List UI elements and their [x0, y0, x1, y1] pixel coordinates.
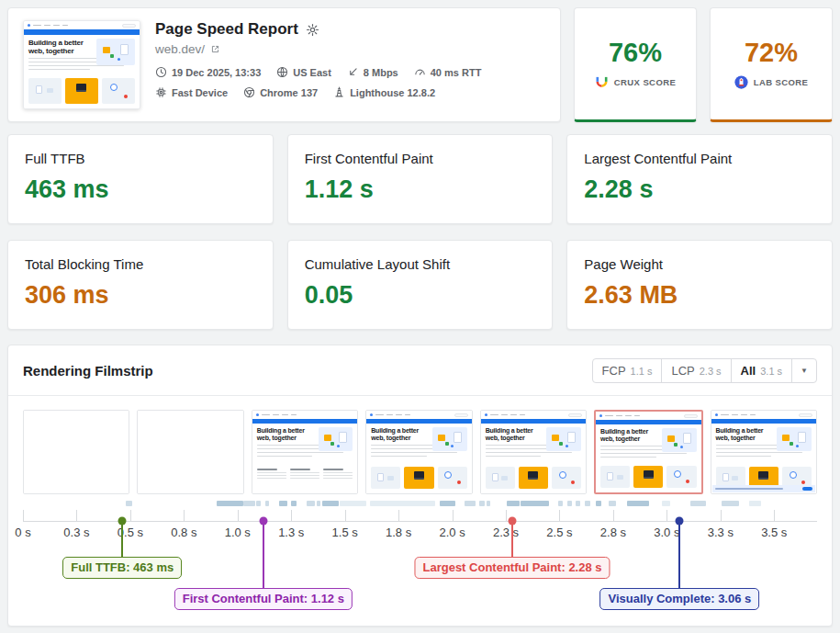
timeline-tick-label: 0 s	[15, 526, 30, 539]
mock-nav-item	[741, 414, 747, 416]
mock-logo-icon	[256, 413, 259, 416]
metric-label: Page Weight	[584, 256, 815, 272]
meta-item: 19 Dec 2025, 13:33	[155, 66, 261, 78]
marker-stem	[121, 521, 123, 557]
mock-card	[552, 467, 581, 489]
metric-label: Largest Contentful Paint	[584, 151, 815, 166]
filmstrip-frame[interactable]: Building a better web, together	[365, 410, 472, 494]
mock-illustration-bit	[674, 443, 678, 446]
page-mock: Building a better web, together	[252, 411, 357, 493]
tab-fcp[interactable]: FCP1.1 s	[593, 359, 662, 382]
network-segment	[662, 501, 670, 506]
meta-label: Lighthouse 12.8.2	[350, 87, 435, 98]
page-url-link[interactable]: web.dev/	[155, 42, 545, 56]
timeline-tick-label: 1.5 s	[332, 526, 358, 539]
network-segment	[609, 501, 616, 506]
mock-magnifier-art	[444, 471, 452, 479]
page-url[interactable]: web.dev/	[155, 42, 205, 56]
meta-label: 19 Dec 2025, 13:33	[172, 67, 261, 78]
meta-label: 8 Mbps	[364, 67, 398, 78]
gear-icon[interactable]	[306, 23, 319, 37]
mock-nav-item	[510, 414, 517, 416]
mock-nav-item	[386, 414, 393, 416]
mock-nav-item	[721, 414, 729, 416]
mock-card-title	[323, 469, 343, 470]
network-segment	[340, 501, 366, 506]
mock-nav-item	[291, 414, 297, 416]
timeline-tick	[506, 510, 507, 521]
mock-nav	[252, 411, 357, 419]
timeline-tick	[774, 510, 775, 521]
mock-card-line	[323, 478, 353, 479]
mock-illustration-bit	[330, 442, 334, 446]
mock-illustration-bit	[790, 442, 793, 446]
tab-all[interactable]: All3.1 s	[731, 359, 791, 382]
filmstrip-frame[interactable]	[137, 410, 243, 494]
filmstrip-frame[interactable]	[23, 410, 129, 494]
network-segment	[465, 501, 476, 506]
mock-magnifier-art	[559, 471, 566, 479]
tab-value: 3.1 s	[760, 366, 782, 377]
filmstrip-frame[interactable]: Building a better web, together	[594, 410, 702, 494]
mock-nav	[596, 412, 700, 420]
tab-lcp[interactable]: LCP2.3 s	[661, 359, 730, 382]
mock-illustration-bit	[438, 435, 445, 441]
mock-cookie-banner	[712, 485, 815, 492]
mock-logo-icon	[370, 413, 373, 416]
page-thumbnail: Building a better web, together	[23, 20, 140, 109]
metric-card[interactable]: Total Blocking Time306 ms	[7, 240, 274, 330]
report-header-card: Building a better web, together Page Spe…	[7, 7, 561, 122]
filmstrip-title: Rendering Filmstrip	[23, 363, 153, 379]
metric-card[interactable]: First Contentful Paint1.12 s	[287, 134, 554, 224]
mock-logo-icon	[715, 413, 718, 416]
mock-heading: Building a better web, together	[257, 427, 312, 442]
filmstrip-frame[interactable]: Building a better web, together	[480, 410, 587, 494]
timeline-tick	[130, 510, 131, 521]
external-link-icon[interactable]	[210, 44, 220, 54]
mock-heading: Building a better web, together	[371, 427, 426, 442]
timeline-tick-label: 3.0 s	[654, 526, 679, 539]
mock-illustration	[96, 39, 135, 65]
metric-card[interactable]: Page Weight2.63 MB	[566, 240, 833, 330]
speed-arrow-icon	[347, 66, 359, 78]
mock-illustration-bit	[567, 432, 576, 443]
metric-card[interactable]: Full TTFB463 ms	[7, 134, 274, 224]
lab-score-label-row: LAB SCORE	[734, 75, 809, 89]
mock-illustration-bit	[798, 432, 806, 443]
lab-score-value: 72%	[745, 40, 798, 66]
caret-down-icon[interactable]: ▼	[791, 359, 816, 382]
mock-illustration-bit	[559, 442, 563, 446]
page-title: Page Speed Report	[155, 20, 298, 39]
mock-laptop-art	[528, 471, 538, 480]
chrome-icon	[243, 86, 255, 98]
mock-text-line	[600, 457, 656, 458]
mock-nav-item	[405, 414, 410, 416]
metric-card[interactable]: Cumulative Layout Shift0.05	[287, 240, 554, 330]
network-segment	[558, 501, 563, 506]
mock-card-art	[801, 480, 805, 484]
mock-card-art	[686, 480, 689, 483]
filmstrip-frame[interactable]: Building a better web, together	[252, 410, 358, 494]
mock-illustration-bit	[680, 446, 683, 448]
mock-card-line	[323, 475, 353, 476]
mock-card-art	[124, 95, 128, 98]
metrics-grid: Full TTFB463 msFirst Contentful Paint1.1…	[7, 134, 833, 330]
meta-item: Fast Device	[155, 86, 228, 98]
mock-nav-item	[396, 414, 402, 416]
mock-text-line	[371, 452, 457, 454]
page-mock: Building a better web, together	[596, 412, 700, 492]
tab-label: FCP	[602, 364, 626, 378]
metric-card[interactable]: Largest Contentful Paint2.28 s	[566, 134, 833, 224]
mock-hero: Building a better web, together	[24, 35, 140, 75]
network-segment	[567, 501, 572, 506]
mock-illustration	[319, 427, 353, 451]
mock-card	[666, 466, 696, 488]
filmstrip-frame[interactable]: Building a better web, together	[711, 410, 817, 494]
mock-text-line	[486, 456, 542, 458]
network-segment	[217, 501, 243, 506]
mock-hero: Building a better web, together	[252, 424, 357, 464]
mock-illustration-bit	[118, 58, 120, 61]
mock-card-line	[257, 475, 286, 476]
lab-score-card: 72% LAB SCORE	[710, 7, 833, 122]
top-row: Building a better web, together Page Spe…	[7, 7, 833, 121]
